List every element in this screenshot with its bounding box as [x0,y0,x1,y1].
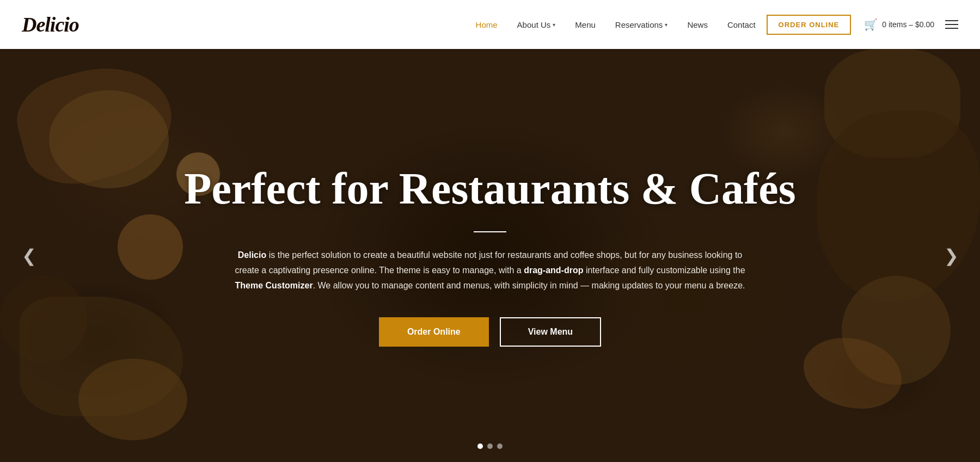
hero-desc-bold-dnd: drag-and-drop [524,266,583,275]
cart-label: 0 items – $0.00 [882,20,934,29]
hero-menu-button[interactable]: View Menu [500,317,601,347]
hero-section: ❮ Perfect for Restaurants & Cafés Delici… [0,49,980,462]
hero-divider [474,231,506,232]
main-nav: Home About Us ▾ Menu Reservations ▾ News… [476,20,756,29]
cart-icon: 🛒 [864,18,878,31]
site-header: Delicio Home About Us ▾ Menu Reservation… [0,0,980,49]
hero-desc-text3: . We allow you to manage content and men… [313,281,745,290]
nav-home[interactable]: Home [476,20,498,29]
hero-buttons: Order Online View Menu [379,317,601,347]
next-arrow[interactable]: ❯ [938,242,965,269]
nav-contact[interactable]: Contact [727,20,756,29]
hamburger-line [945,24,958,25]
order-online-button[interactable]: ORDER ONLINE [767,15,852,35]
chevron-down-icon: ▾ [553,22,555,28]
cart-area[interactable]: 🛒 0 items – $0.00 [864,18,934,31]
hamburger-menu[interactable] [945,20,958,29]
site-logo[interactable]: Delicio [22,13,79,36]
hero-desc-bold-tc: Theme Customizer [235,281,313,290]
hamburger-line [945,20,958,21]
nav-menu[interactable]: Menu [575,20,596,29]
dot-3[interactable] [497,443,503,449]
hero-content: Perfect for Restaurants & Cafés Delicio … [0,49,980,462]
dot-2[interactable] [487,443,493,449]
hero-title: Perfect for Restaurants & Cafés [184,164,795,213]
dot-1[interactable] [477,443,483,449]
nav-reservations[interactable]: Reservations ▾ [615,20,668,29]
chevron-down-icon: ▾ [665,22,667,28]
hero-desc-text2: interface and fully customizable using t… [583,266,745,275]
hamburger-line [945,28,958,29]
hero-dots [477,443,503,449]
hero-desc-bold-start: Delicio [238,250,266,260]
nav-news[interactable]: News [687,20,708,29]
prev-arrow[interactable]: ❮ [15,242,42,269]
nav-about[interactable]: About Us ▾ [517,20,556,29]
hero-order-button[interactable]: Order Online [379,317,489,347]
hero-description: Delicio is the perfect solution to creat… [229,248,751,293]
